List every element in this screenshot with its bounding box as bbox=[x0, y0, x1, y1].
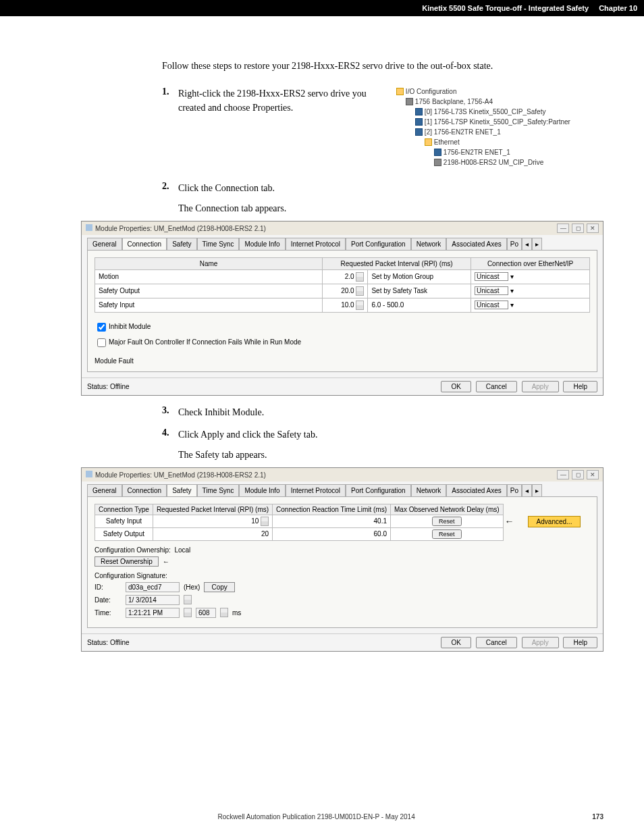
cell-rpi[interactable]: 10.0 bbox=[341, 301, 354, 308]
cell: 40.1 bbox=[273, 515, 391, 527]
tab-internet-protocol[interactable]: Internet Protocol bbox=[286, 238, 346, 250]
tree-node-0[interactable]: [0] 1756-L73S Kinetix_5500_CIP_Safety bbox=[425, 108, 546, 115]
tab-time-sync[interactable]: Time Sync bbox=[197, 238, 240, 250]
tab-module-info[interactable]: Module Info bbox=[239, 238, 285, 250]
table-row: Safety Input 10.0 6.0 - 500.0 Unicast ▾ bbox=[95, 298, 590, 312]
tree-node-2[interactable]: [2] 1756-EN2TR ENET_1 bbox=[425, 128, 501, 136]
step-2-sub: The Connection tab appears. bbox=[178, 203, 597, 214]
conn-select[interactable]: Unicast bbox=[475, 272, 508, 281]
cell[interactable]: 10 bbox=[251, 517, 259, 524]
cell: 60.0 bbox=[273, 527, 391, 540]
copy-button[interactable]: Copy bbox=[204, 582, 234, 592]
tab-connection[interactable]: Connection bbox=[122, 238, 167, 250]
intro-text: Follow these steps to restore your 2198-… bbox=[162, 59, 597, 73]
tab-port-configuration[interactable]: Port Configuration bbox=[346, 484, 411, 496]
th-rpi: Requested Packet Interval (RPI) (ms) bbox=[323, 257, 471, 269]
table-row: Safety Output 20.0 Set by Safety Task Un… bbox=[95, 284, 590, 298]
module-properties-dialog-connection: Module Properties: UM_EnetMod (2198-H008… bbox=[81, 221, 603, 396]
tree-eth-2[interactable]: 2198-H008-ERS2 UM_CIP_Drive bbox=[444, 159, 543, 166]
inhibit-module-checkbox[interactable] bbox=[97, 323, 106, 332]
minimize-button[interactable]: — bbox=[557, 470, 569, 479]
spinner-icon[interactable] bbox=[261, 517, 269, 526]
tab-scroll-right[interactable]: ▸ bbox=[532, 484, 542, 496]
conn-select[interactable]: Unicast bbox=[475, 286, 508, 295]
conn-select[interactable]: Unicast bbox=[475, 301, 508, 309]
dialog2-title: Module Properties: UM_EnetMod (2198-H008… bbox=[95, 471, 266, 479]
cell-note: 6.0 - 500.0 bbox=[368, 298, 471, 312]
tree-ethernet[interactable]: Ethernet bbox=[434, 138, 460, 146]
help-button[interactable]: Help bbox=[563, 637, 597, 648]
tab-safety[interactable]: Safety bbox=[167, 238, 196, 250]
maximize-button[interactable]: ◻ bbox=[572, 470, 584, 479]
arrow-icon: ← bbox=[505, 516, 514, 527]
tab-safety[interactable]: Safety bbox=[167, 484, 196, 496]
step-2-num: 2. bbox=[162, 181, 178, 192]
tab-overflow[interactable]: Po bbox=[507, 484, 522, 496]
time-ms-field[interactable] bbox=[196, 608, 216, 618]
dialog2-tabs: General Connection Safety Time Sync Modu… bbox=[87, 484, 597, 496]
header-title: Kinetix 5500 Safe Torque-off - Integrate… bbox=[422, 4, 589, 12]
time-field[interactable] bbox=[126, 608, 180, 618]
spinner-icon[interactable] bbox=[184, 608, 192, 617]
maximize-button[interactable]: ◻ bbox=[572, 224, 584, 233]
tab-time-sync[interactable]: Time Sync bbox=[197, 484, 240, 496]
tab-internet-protocol[interactable]: Internet Protocol bbox=[286, 484, 346, 496]
id-field[interactable] bbox=[126, 582, 180, 592]
tab-network[interactable]: Network bbox=[411, 238, 447, 250]
cell: Safety Output bbox=[95, 527, 153, 540]
tab-associated-axes[interactable]: Associated Axes bbox=[446, 484, 506, 496]
apply-button[interactable]: Apply bbox=[522, 637, 559, 648]
minimize-button[interactable]: — bbox=[557, 224, 569, 233]
tab-scroll-left[interactable]: ◂ bbox=[522, 484, 532, 496]
tab-port-configuration[interactable]: Port Configuration bbox=[346, 238, 411, 250]
advanced-button[interactable]: Advanced... bbox=[528, 516, 581, 527]
major-fault-checkbox-label: Major Fault On Controller If Connection … bbox=[95, 336, 590, 349]
step-2-text: Click the Connection tab. bbox=[178, 181, 597, 195]
tree-eth-1[interactable]: 1756-EN2TR ENET_1 bbox=[444, 149, 510, 156]
status-text: Status: Offline bbox=[87, 383, 130, 390]
cell-name: Safety Input bbox=[95, 298, 323, 312]
ownership-label: Configuration Ownership: bbox=[95, 546, 171, 554]
spinner-icon[interactable] bbox=[356, 272, 364, 282]
major-fault-checkbox[interactable] bbox=[97, 338, 106, 347]
step-3-text: Check Inhibit Module. bbox=[178, 405, 597, 419]
tab-scroll-right[interactable]: ▸ bbox=[532, 238, 542, 250]
tree-backplane[interactable]: 1756 Backplane, 1756-A4 bbox=[415, 98, 493, 105]
ms-label: ms bbox=[232, 609, 241, 617]
tab-connection[interactable]: Connection bbox=[122, 484, 167, 496]
cell-rpi[interactable]: 20.0 bbox=[341, 286, 354, 294]
ok-button[interactable]: OK bbox=[441, 381, 471, 392]
tab-general[interactable]: General bbox=[87, 238, 122, 250]
step-4-sub: The Safety tab appears. bbox=[178, 450, 597, 461]
date-field[interactable] bbox=[126, 595, 180, 605]
ok-button[interactable]: OK bbox=[441, 637, 471, 648]
hex-label: (Hex) bbox=[184, 583, 200, 591]
io-config-tree: I/O Configuration 1756 Backplane, 1756-A… bbox=[396, 86, 597, 167]
calendar-icon[interactable] bbox=[184, 595, 192, 604]
spinner-icon[interactable] bbox=[356, 301, 364, 310]
reset-button[interactable]: Reset bbox=[432, 529, 462, 539]
tab-network[interactable]: Network bbox=[411, 484, 447, 496]
tab-module-info[interactable]: Module Info bbox=[239, 484, 285, 496]
tab-scroll-left[interactable]: ◂ bbox=[522, 238, 532, 250]
help-button[interactable]: Help bbox=[563, 381, 597, 392]
close-button[interactable]: ✕ bbox=[587, 224, 599, 233]
close-button[interactable]: ✕ bbox=[587, 470, 599, 479]
tree-root[interactable]: I/O Configuration bbox=[406, 88, 457, 95]
reset-ownership-button[interactable]: Reset Ownership bbox=[95, 556, 159, 567]
tree-node-1[interactable]: [1] 1756-L7SP Kinetix_5500_CIP_Safety:Pa… bbox=[425, 118, 570, 126]
cancel-button[interactable]: Cancel bbox=[476, 381, 517, 392]
tab-overflow[interactable]: Po bbox=[507, 238, 522, 250]
apply-button[interactable]: Apply bbox=[522, 381, 559, 392]
table-row: Safety Input 10 40.1 Reset bbox=[95, 515, 504, 527]
tab-general[interactable]: General bbox=[87, 484, 122, 496]
th-crtl: Connection Reaction Time Limit (ms) bbox=[273, 504, 391, 515]
publication-text: Rockwell Automation Publication 2198-UM0… bbox=[218, 813, 415, 820]
reset-button[interactable]: Reset bbox=[432, 517, 462, 526]
spinner-icon[interactable] bbox=[356, 286, 364, 296]
tab-associated-axes[interactable]: Associated Axes bbox=[446, 238, 506, 250]
cell-rpi[interactable]: 2.0 bbox=[345, 272, 354, 280]
spinner-icon[interactable] bbox=[220, 608, 228, 617]
cancel-button[interactable]: Cancel bbox=[476, 637, 517, 648]
dialog1-tabs: General Connection Safety Time Sync Modu… bbox=[87, 238, 597, 250]
